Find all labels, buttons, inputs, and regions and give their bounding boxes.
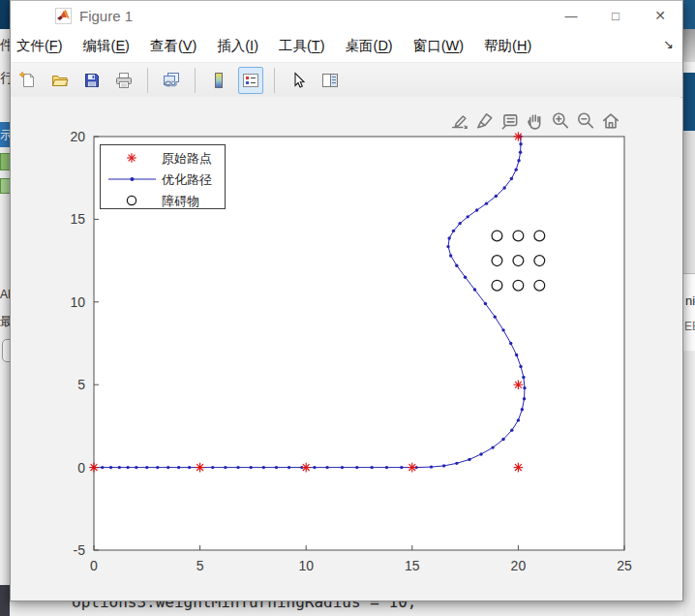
path-point-dot [473, 288, 476, 291]
property-inspector-icon [320, 71, 340, 90]
axes-datatips-icon[interactable] [500, 111, 520, 131]
link-plot-button[interactable] [159, 67, 184, 94]
open-file-button[interactable] [47, 67, 73, 94]
legend[interactable]: 原始路点优化路径障碍物 [101, 145, 226, 209]
figure-toolbar [11, 63, 682, 98]
bg-main-titlebar-left [0, 0, 10, 29]
path-point-dot [446, 245, 449, 248]
open-folder-icon [50, 71, 70, 90]
figure-canvas: 0510152025-505101520原始路点优化路径障碍物 [11, 97, 680, 600]
x-tick-label: 0 [90, 558, 98, 573]
menu-item-d[interactable]: 桌面(D) [346, 37, 393, 55]
path-point-dot [515, 168, 518, 170]
dock-figure-icon[interactable]: ↘ [663, 37, 674, 51]
path-point-dot [467, 215, 469, 218]
bg-left-char-mid: 行 [0, 70, 10, 89]
path-point-dot [250, 466, 253, 469]
path-point-dot [468, 458, 470, 461]
path-point-dot [517, 159, 520, 162]
bg-right-text-ni: ni [685, 293, 695, 309]
path-point-dot [400, 466, 403, 469]
bg-left-bottom-dark [0, 585, 10, 616]
y-tick-label: 10 [70, 294, 85, 310]
bg-left-text-ab: AB [0, 288, 10, 303]
toolbar-separator [147, 68, 148, 93]
path-point-dot [523, 386, 526, 389]
cursor-arrow-icon [288, 71, 308, 90]
menu-item-w[interactable]: 窗口(W) [413, 37, 464, 55]
path-point-dot [275, 466, 278, 469]
path-point-dot [262, 466, 265, 469]
path-point-dot [519, 142, 522, 145]
axes-zoom-in-icon[interactable] [551, 111, 570, 131]
y-tick-label: 5 [77, 377, 85, 392]
axes-zoom-out-icon[interactable] [576, 111, 595, 131]
legend-label: 障碍物 [162, 194, 199, 208]
insert-colorbar-button[interactable] [206, 67, 231, 94]
menu-item-h[interactable]: 帮助(H) [484, 37, 531, 55]
toolbar-separator [274, 68, 275, 93]
print-figure-button[interactable] [111, 67, 136, 94]
minimize-button[interactable]: — [549, 1, 593, 30]
bg-left-char-top: 件 [0, 37, 10, 56]
new-figure-button[interactable] [15, 67, 41, 94]
path-point-dot [442, 464, 445, 467]
maximize-button[interactable]: □ [593, 1, 638, 30]
path-point-dot [370, 466, 373, 469]
path-point-dot [501, 328, 504, 331]
x-tick-label: 15 [405, 558, 420, 573]
path-point-dot [515, 354, 518, 356]
menu-item-v[interactable]: 查看(V) [150, 37, 196, 55]
path-point-dot [109, 466, 112, 469]
close-button[interactable]: ✕ [638, 1, 682, 30]
menu-item-f[interactable]: 文件(F) [16, 37, 63, 55]
path-point-dot [484, 302, 487, 305]
path-point-dot [519, 365, 522, 368]
menu-item-t[interactable]: 工具(T) [279, 37, 325, 55]
path-point-dot [385, 466, 388, 469]
path-point-dot [430, 465, 433, 468]
x-tick-label: 20 [511, 558, 527, 573]
legend-label: 优化路径 [161, 172, 212, 187]
path-point-dot [447, 236, 450, 239]
axes-restore-view-icon[interactable] [601, 111, 620, 131]
save-floppy-icon [82, 71, 102, 90]
bg-right-gray [683, 131, 695, 273]
path-point-dot [452, 230, 455, 232]
path-point-dot [449, 254, 452, 257]
axes-pan-icon[interactable] [526, 111, 545, 131]
property-inspector-button[interactable] [317, 67, 343, 94]
save-figure-button[interactable] [79, 67, 105, 94]
path-point-dot [510, 177, 513, 180]
bg-right-gap [683, 62, 695, 73]
path-point-dot [135, 466, 137, 469]
window-controls: — □ ✕ [549, 1, 682, 30]
path-point-dot [313, 466, 316, 469]
bg-right-toolstrip [683, 29, 695, 62]
path-point-dot [156, 466, 159, 469]
axes-brush-icon[interactable] [475, 111, 495, 131]
link-plot-icon [162, 71, 181, 90]
window-title: Figure 1 [79, 8, 133, 24]
insert-legend-button[interactable] [238, 67, 263, 94]
x-tick-label: 10 [298, 558, 314, 573]
y-tick-label: 0 [77, 460, 85, 476]
bg-right-lower [683, 351, 695, 616]
path-point-dot [458, 222, 461, 225]
axes-export-icon[interactable] [450, 111, 469, 131]
path-point-dot [101, 466, 104, 469]
path-point-dot [126, 466, 129, 469]
menu-item-e[interactable]: 编辑(E) [83, 37, 130, 55]
path-point-dot [522, 376, 525, 379]
y-tick-label: -5 [74, 542, 86, 558]
path-point-dot [355, 466, 358, 469]
edit-plot-button[interactable] [286, 67, 311, 94]
path-point-dot [287, 466, 290, 469]
path-point-dot [341, 466, 344, 469]
path-point-dot [519, 151, 522, 154]
path-point-dot [494, 315, 497, 318]
plot-svg: 0510152025-505101520原始路点优化路径障碍物 [11, 97, 680, 600]
new-figure-icon [18, 71, 38, 90]
menu-item-i[interactable]: 插入(I) [217, 37, 258, 55]
printer-icon [114, 71, 134, 90]
